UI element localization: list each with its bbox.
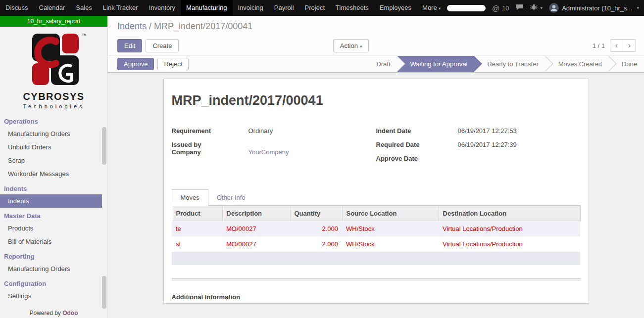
company-logo: ™ CYBROSYS Technologies: [0, 27, 107, 109]
record-title: MRP_indent/2017/00041: [172, 93, 581, 108]
separator: [172, 278, 581, 280]
field-label-issued-by-company: Issued by Company: [172, 141, 248, 156]
sidebar-heading-configuration: Configuration: [0, 275, 102, 289]
scrollbar-thumb[interactable]: [102, 127, 106, 165]
sidebar-item-settings[interactable]: Settings: [0, 289, 102, 303]
menu-timesheets[interactable]: Timesheets: [330, 0, 374, 16]
menu-invoicing[interactable]: Invoicing: [233, 0, 269, 16]
table-header-row: Product Description Quantity Source Loca…: [172, 206, 580, 221]
menu-project[interactable]: Project: [299, 0, 330, 16]
form-view-area: MRP_indent/2017/00041 Requirement Ordina…: [108, 73, 644, 318]
chevron-down-icon: ▾: [360, 44, 362, 49]
bug-icon: [530, 3, 538, 12]
powered-by-text: Powered by: [29, 310, 60, 317]
field-value-issued-by-company[interactable]: YourCompany: [248, 148, 289, 156]
column-source-location: Source Location: [342, 206, 439, 221]
table-row[interactable]: st MO/00027 2.000 WH/Stock Virtual Locat…: [172, 236, 580, 252]
sidebar: 10_hr_salary_report ™ CYBROSYS Technolog…: [0, 16, 108, 318]
scrollbar-thumb[interactable]: [102, 276, 106, 309]
field-label-approve-date: Approve Date: [376, 155, 458, 162]
additional-information-heading: Additional Information: [172, 293, 581, 301]
pager-previous-button[interactable]: ‹: [610, 39, 623, 52]
sidebar-item-manufacturing-orders-report[interactable]: Manufacturing Orders: [0, 262, 102, 275]
menu-manufacturing[interactable]: Manufacturing: [181, 0, 232, 16]
sidebar-heading-operations: Operations: [0, 113, 102, 127]
mention-counter[interactable]: @10: [492, 4, 509, 12]
moves-table: Product Description Quantity Source Loca…: [172, 206, 581, 265]
empty-filler-row: [172, 252, 580, 265]
sidebar-item-unbuild-orders[interactable]: Unbuild Orders: [0, 140, 102, 154]
sidebar-heading-master-data: Master Data: [0, 208, 102, 222]
menu-inventory[interactable]: Inventory: [144, 0, 181, 16]
user-name: Administrator (10_hr_s...: [562, 4, 632, 12]
reject-button[interactable]: Reject: [157, 58, 189, 70]
sidebar-heading-reporting: Reporting: [0, 248, 102, 262]
status-moves-created[interactable]: Moves Created: [545, 56, 609, 72]
chevron-down-icon: ▾: [439, 6, 441, 11]
status-draft[interactable]: Draft: [367, 56, 397, 72]
column-destination-location: Destination Location: [439, 206, 580, 221]
breadcrumb: Indents/MRP_indent/2017/00041: [108, 16, 644, 38]
trademark-symbol: ™: [82, 33, 87, 38]
brand-subtitle: Technologies: [0, 103, 107, 109]
pager-counter: 1 / 1: [593, 42, 605, 49]
menu-more[interactable]: More▾: [417, 0, 446, 16]
form-sheet: MRP_indent/2017/00041 Requirement Ordina…: [163, 79, 589, 304]
cell-quantity: 2.000: [290, 221, 342, 237]
menu-discuss[interactable]: Discuss: [0, 0, 34, 16]
approve-button[interactable]: Approve: [117, 58, 154, 70]
powered-by: Powered by Odoo: [0, 310, 107, 317]
notebook-tabs: Moves Other Info: [172, 189, 581, 206]
field-value-required-date: 06/19/2017 12:27:39: [458, 141, 517, 148]
sidebar-item-products[interactable]: Products: [0, 222, 102, 235]
statusbar: Approve Reject Draft Waiting for Approva…: [108, 55, 644, 73]
menu-payroll[interactable]: Payroll: [269, 0, 299, 16]
sidebar-item-workorder-messages[interactable]: Workorder Messages: [0, 167, 102, 181]
status-pipeline: Draft Waiting for Approval Ready to Tran…: [367, 56, 644, 72]
chat-bubble-icon: [516, 3, 524, 12]
app-menus: Discuss Calendar Sales Link Tracker Inve…: [0, 0, 446, 16]
column-product: Product: [172, 206, 222, 221]
menu-link-tracker[interactable]: Link Tracker: [98, 0, 144, 16]
field-label-requirement: Requirement: [172, 127, 248, 135]
debug-menu-button[interactable]: ▾: [530, 3, 543, 12]
top-navbar: Discuss Calendar Sales Link Tracker Inve…: [0, 0, 644, 16]
tab-other-info[interactable]: Other Info: [208, 189, 254, 206]
brand-name: CYBROSYS: [0, 91, 107, 102]
field-label-indent-date: Indent Date: [376, 127, 458, 135]
table-row[interactable]: te MO/00027 2.000 WH/Stock Virtual Locat…: [172, 221, 580, 237]
sidebar-heading-indents: Indents: [0, 181, 102, 194]
messages-button[interactable]: [516, 3, 524, 12]
cell-source-location: WH/Stock: [342, 236, 439, 252]
cell-product: st: [172, 236, 222, 252]
cell-product: te: [172, 221, 222, 237]
pager-next-button[interactable]: ›: [623, 39, 636, 52]
breadcrumb-indents[interactable]: Indents: [117, 21, 147, 31]
tab-moves[interactable]: Moves: [172, 189, 208, 206]
odoo-link[interactable]: Odoo: [62, 310, 78, 317]
cybrosys-logo-icon: [25, 33, 83, 86]
status-waiting-for-approval[interactable]: Waiting for Approval: [397, 56, 475, 72]
sidebar-nav: Operations Manufacturing Orders Unbuild …: [0, 113, 102, 303]
create-button[interactable]: Create: [146, 39, 179, 52]
topbar-systray: @10 ▾ Administrator (10_hr_s... ▾: [447, 0, 644, 16]
sidebar-item-bill-of-materials[interactable]: Bill of Materials: [0, 235, 102, 248]
cell-description: MO/00027: [222, 236, 290, 252]
sidebar-item-manufacturing-orders[interactable]: Manufacturing Orders: [0, 127, 102, 140]
sidebar-item-indents[interactable]: Indents: [0, 194, 102, 208]
database-banner: 10_hr_salary_report: [0, 16, 107, 27]
user-menu[interactable]: Administrator (10_hr_s... ▾: [549, 3, 639, 13]
menu-employees[interactable]: Employees: [374, 0, 417, 16]
column-quantity: Quantity: [290, 206, 342, 221]
edit-button[interactable]: Edit: [117, 39, 142, 52]
sidebar-item-scrap[interactable]: Scrap: [0, 154, 102, 167]
subscription-pill[interactable]: [447, 5, 486, 11]
column-description: Description: [222, 206, 290, 221]
status-ready-to-transfer[interactable]: Ready to Transfer: [474, 56, 545, 72]
field-value-indent-date: 06/19/2017 12:27:53: [458, 127, 517, 135]
cell-destination-location: Virtual Locations/Production: [439, 221, 580, 237]
field-label-required-date: Required Date: [376, 141, 458, 148]
menu-calendar[interactable]: Calendar: [34, 0, 71, 16]
menu-sales[interactable]: Sales: [70, 0, 98, 16]
action-menu-button[interactable]: Action▾: [333, 39, 369, 52]
